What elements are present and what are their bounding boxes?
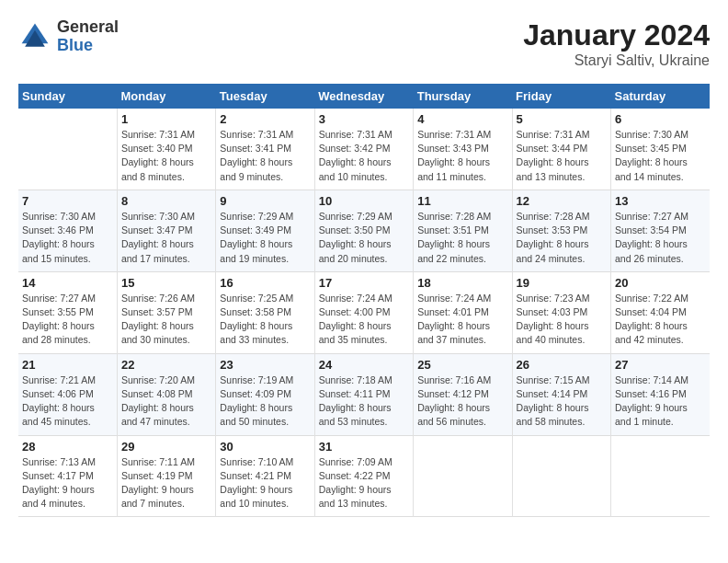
day-info: Sunrise: 7:25 AM Sunset: 3:58 PM Dayligh… [220,292,310,348]
calendar-day-cell: 4Sunrise: 7:31 AM Sunset: 3:43 PM Daylig… [414,109,512,190]
day-number: 9 [220,194,310,208]
day-number: 21 [22,358,113,372]
day-info: Sunrise: 7:30 AM Sunset: 3:46 PM Dayligh… [22,210,113,266]
day-info: Sunrise: 7:31 AM Sunset: 3:40 PM Dayligh… [121,128,211,184]
calendar-day-cell: 10Sunrise: 7:29 AM Sunset: 3:50 PM Dayli… [314,190,413,271]
day-info: Sunrise: 7:28 AM Sunset: 3:53 PM Dayligh… [517,210,607,266]
day-info: Sunrise: 7:24 AM Sunset: 4:01 PM Dayligh… [417,292,507,348]
day-info: Sunrise: 7:14 AM Sunset: 4:16 PM Dayligh… [615,373,706,430]
title-block: January 2024 Staryi Saltiv, Ukraine [523,18,710,69]
day-number: 3 [319,112,409,126]
calendar-day-cell [611,435,710,517]
calendar-day-cell [414,435,512,517]
day-number: 24 [319,358,409,372]
day-number: 2 [220,112,310,126]
calendar-day-cell: 16Sunrise: 7:25 AM Sunset: 3:58 PM Dayli… [216,271,314,353]
day-number: 25 [417,358,507,372]
day-number: 11 [417,194,507,208]
day-info: Sunrise: 7:11 AM Sunset: 4:19 PM Dayligh… [121,455,211,511]
calendar-day-cell: 14Sunrise: 7:27 AM Sunset: 3:55 PM Dayli… [18,271,117,353]
location-subtitle: Staryi Saltiv, Ukraine [523,52,710,69]
day-number: 8 [121,194,211,208]
calendar-day-cell: 24Sunrise: 7:18 AM Sunset: 4:11 PM Dayli… [314,353,413,435]
day-info: Sunrise: 7:24 AM Sunset: 4:00 PM Dayligh… [319,292,409,348]
day-number: 20 [615,276,706,290]
calendar-day-cell: 13Sunrise: 7:27 AM Sunset: 3:54 PM Dayli… [611,190,710,271]
calendar-day-cell: 8Sunrise: 7:30 AM Sunset: 3:47 PM Daylig… [117,190,215,271]
calendar-day-cell [18,109,117,190]
day-info: Sunrise: 7:10 AM Sunset: 4:21 PM Dayligh… [220,455,310,511]
calendar-table: Sunday Monday Tuesday Wednesday Thursday… [18,84,710,517]
day-info: Sunrise: 7:27 AM Sunset: 3:54 PM Dayligh… [615,210,706,266]
calendar-day-cell [512,435,610,517]
calendar-week-row: 28Sunrise: 7:13 AM Sunset: 4:17 PM Dayli… [18,435,710,517]
day-number: 16 [220,276,310,290]
calendar-day-cell: 5Sunrise: 7:31 AM Sunset: 3:44 PM Daylig… [512,109,610,190]
day-info: Sunrise: 7:30 AM Sunset: 3:45 PM Dayligh… [615,128,706,184]
day-info: Sunrise: 7:20 AM Sunset: 4:08 PM Dayligh… [121,373,211,430]
header-tuesday: Tuesday [216,84,314,109]
calendar-day-cell: 26Sunrise: 7:15 AM Sunset: 4:14 PM Dayli… [512,353,610,435]
calendar-day-cell: 23Sunrise: 7:19 AM Sunset: 4:09 PM Dayli… [216,353,314,435]
day-number: 1 [121,112,211,126]
day-info: Sunrise: 7:13 AM Sunset: 4:17 PM Dayligh… [22,455,113,511]
month-year-title: January 2024 [523,18,710,52]
day-number: 22 [121,358,211,372]
day-number: 29 [121,440,211,454]
day-number: 30 [220,440,310,454]
calendar-day-cell: 28Sunrise: 7:13 AM Sunset: 4:17 PM Dayli… [18,435,117,517]
header-saturday: Saturday [611,84,710,109]
calendar-day-cell: 29Sunrise: 7:11 AM Sunset: 4:19 PM Dayli… [117,435,215,517]
day-number: 14 [22,276,113,290]
day-info: Sunrise: 7:22 AM Sunset: 4:04 PM Dayligh… [615,292,706,348]
logo-text: General Blue [57,18,119,55]
day-info: Sunrise: 7:29 AM Sunset: 3:49 PM Dayligh… [220,210,310,266]
day-number: 26 [517,358,607,372]
day-number: 6 [615,112,706,126]
day-number: 7 [22,194,113,208]
day-number: 15 [121,276,211,290]
logo-general: General [57,17,119,36]
day-info: Sunrise: 7:31 AM Sunset: 3:41 PM Dayligh… [220,128,310,184]
day-number: 28 [22,440,113,454]
day-info: Sunrise: 7:21 AM Sunset: 4:06 PM Dayligh… [22,373,113,430]
day-info: Sunrise: 7:16 AM Sunset: 4:12 PM Dayligh… [417,373,507,430]
page-header: General Blue January 2024 Staryi Saltiv,… [18,18,710,69]
day-info: Sunrise: 7:31 AM Sunset: 3:43 PM Dayligh… [417,128,507,184]
calendar-day-cell: 2Sunrise: 7:31 AM Sunset: 3:41 PM Daylig… [216,109,314,190]
day-number: 10 [319,194,409,208]
header-monday: Monday [117,84,215,109]
day-info: Sunrise: 7:31 AM Sunset: 3:44 PM Dayligh… [517,128,607,184]
day-info: Sunrise: 7:18 AM Sunset: 4:11 PM Dayligh… [319,373,409,430]
day-number: 31 [319,440,409,454]
day-number: 23 [220,358,310,372]
header-friday: Friday [512,84,610,109]
calendar-week-row: 1Sunrise: 7:31 AM Sunset: 3:40 PM Daylig… [18,109,710,190]
calendar-day-cell: 18Sunrise: 7:24 AM Sunset: 4:01 PM Dayli… [414,271,512,353]
day-info: Sunrise: 7:15 AM Sunset: 4:14 PM Dayligh… [517,373,607,430]
calendar-day-cell: 3Sunrise: 7:31 AM Sunset: 3:42 PM Daylig… [314,109,413,190]
calendar-day-cell: 22Sunrise: 7:20 AM Sunset: 4:08 PM Dayli… [117,353,215,435]
calendar-day-cell: 25Sunrise: 7:16 AM Sunset: 4:12 PM Dayli… [414,353,512,435]
calendar-day-cell: 20Sunrise: 7:22 AM Sunset: 4:04 PM Dayli… [611,271,710,353]
day-info: Sunrise: 7:09 AM Sunset: 4:22 PM Dayligh… [319,455,409,511]
day-info: Sunrise: 7:31 AM Sunset: 3:42 PM Dayligh… [319,128,409,184]
logo: General Blue [18,18,119,55]
day-number: 19 [517,276,607,290]
calendar-day-cell: 15Sunrise: 7:26 AM Sunset: 3:57 PM Dayli… [117,271,215,353]
calendar-day-cell: 31Sunrise: 7:09 AM Sunset: 4:22 PM Dayli… [314,435,413,517]
calendar-day-cell: 1Sunrise: 7:31 AM Sunset: 3:40 PM Daylig… [117,109,215,190]
calendar-week-row: 14Sunrise: 7:27 AM Sunset: 3:55 PM Dayli… [18,271,710,353]
calendar-day-cell: 9Sunrise: 7:29 AM Sunset: 3:49 PM Daylig… [216,190,314,271]
calendar-day-cell: 27Sunrise: 7:14 AM Sunset: 4:16 PM Dayli… [611,353,710,435]
calendar-day-cell: 11Sunrise: 7:28 AM Sunset: 3:51 PM Dayli… [414,190,512,271]
calendar-week-row: 7Sunrise: 7:30 AM Sunset: 3:46 PM Daylig… [18,190,710,271]
calendar-day-cell: 12Sunrise: 7:28 AM Sunset: 3:53 PM Dayli… [512,190,610,271]
day-info: Sunrise: 7:30 AM Sunset: 3:47 PM Dayligh… [121,210,211,266]
calendar-day-cell: 19Sunrise: 7:23 AM Sunset: 4:03 PM Dayli… [512,271,610,353]
day-info: Sunrise: 7:19 AM Sunset: 4:09 PM Dayligh… [220,373,310,430]
day-number: 17 [319,276,409,290]
header-sunday: Sunday [18,84,117,109]
calendar-day-cell: 6Sunrise: 7:30 AM Sunset: 3:45 PM Daylig… [611,109,710,190]
day-info: Sunrise: 7:27 AM Sunset: 3:55 PM Dayligh… [22,292,113,348]
